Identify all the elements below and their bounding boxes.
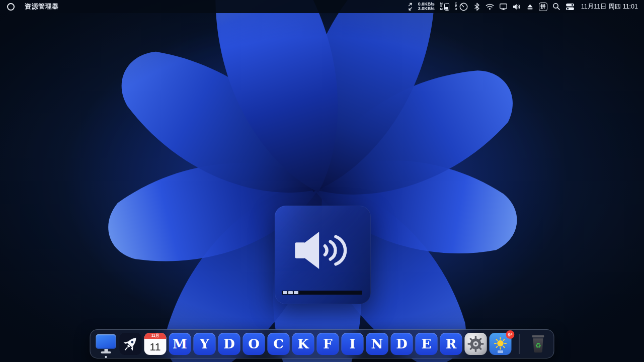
letter-tile-label: I — [349, 337, 355, 350]
download-speed: 3.0KB/s — [418, 7, 435, 12]
weather-badge: 9° — [506, 330, 515, 339]
memory-meter[interactable]: MEM — [440, 3, 449, 11]
calendar-icon: 11月 11 — [144, 333, 167, 355]
dock-item-file-manager[interactable] — [95, 333, 117, 355]
active-app-title[interactable]: 资源管理器 — [25, 2, 59, 11]
volume-segments — [283, 291, 298, 294]
desktop: 资源管理器 0.0KB/s 3.0KB/s MEM CPU — [0, 0, 644, 362]
dock-item-launchpad[interactable] — [120, 333, 142, 355]
weather-icon: 9° — [490, 333, 512, 355]
cpu-gauge-icon — [459, 2, 468, 12]
letter-tile-label: M — [173, 337, 187, 350]
dock-item-letter-d2[interactable]: D — [391, 333, 413, 355]
dock-item-letter-o[interactable]: O — [243, 333, 265, 355]
network-arrows-icon[interactable] — [408, 3, 413, 11]
datetime[interactable]: 11月11日 周四 11:01 — [581, 3, 638, 11]
letter-tile-label: F — [323, 337, 332, 350]
trash-icon: ♻︎ — [528, 333, 548, 355]
sun-icon — [492, 336, 509, 351]
dock-item-settings[interactable] — [465, 333, 487, 355]
control-center-icon[interactable] — [566, 3, 575, 11]
input-method-icon[interactable]: 拼 — [539, 3, 547, 11]
letter-tile-label: O — [248, 337, 260, 350]
dock-separator — [519, 334, 520, 354]
wallpaper-bloom — [0, 0, 644, 362]
svg-text:♻︎: ♻︎ — [535, 341, 541, 349]
dock-item-letter-m[interactable]: M — [169, 333, 191, 355]
volume-icon[interactable] — [513, 3, 521, 11]
eject-icon[interactable] — [526, 3, 534, 11]
dock-item-trash[interactable]: ♻︎ — [527, 333, 549, 355]
letter-tile-label: D — [396, 337, 408, 350]
memory-gauge-icon — [444, 3, 449, 11]
monitor-icon — [96, 334, 116, 353]
letter-tile-label: R — [446, 337, 457, 350]
cpu-meter[interactable]: CPU — [454, 2, 468, 12]
dock: 11月 11 M Y D O C K F I N D E R — [90, 329, 554, 358]
network-speeds[interactable]: 0.0KB/s 3.0KB/s — [418, 2, 435, 12]
volume-bar-track — [282, 291, 362, 295]
letter-tile-label: Y — [200, 337, 209, 350]
dock-item-letter-n[interactable]: N — [366, 333, 388, 355]
bluetooth-icon[interactable] — [473, 3, 480, 11]
letter-tile-label: E — [422, 337, 432, 350]
speaker-icon — [293, 229, 353, 272]
dock-item-letter-d1[interactable]: D — [218, 333, 240, 355]
dock-item-letter-e[interactable]: E — [416, 333, 438, 355]
volume-segment — [283, 291, 287, 294]
dock-item-weather[interactable]: 9° — [490, 333, 512, 355]
dock-item-letter-k[interactable]: K — [292, 333, 314, 355]
menu-bar: 资源管理器 0.0KB/s 3.0KB/s MEM CPU — [0, 0, 644, 13]
gear-icon — [465, 333, 487, 355]
memory-label: MEM — [440, 3, 443, 11]
rocket-icon — [120, 333, 142, 355]
letter-tile-label: N — [371, 337, 383, 350]
volume-segment — [294, 291, 298, 294]
volume-osd — [275, 206, 371, 304]
calendar-month: 11月 — [144, 333, 167, 339]
apple-menu-logo-icon[interactable] — [7, 3, 15, 11]
volume-segment — [288, 291, 293, 294]
weather-location-text — [498, 350, 503, 353]
search-icon[interactable] — [552, 3, 560, 11]
dock-item-letter-f[interactable]: F — [317, 333, 339, 355]
display-icon[interactable] — [499, 3, 508, 11]
dock-item-letter-i[interactable]: I — [342, 333, 364, 355]
letter-tile-label: D — [223, 337, 235, 350]
dock-item-letter-y[interactable]: Y — [194, 333, 216, 355]
letter-tile-label: K — [297, 337, 309, 350]
dock-item-calendar[interactable]: 11月 11 — [144, 333, 167, 355]
dock-item-letter-r[interactable]: R — [440, 333, 462, 355]
cpu-label: CPU — [454, 3, 458, 11]
input-method-label: 拼 — [540, 3, 545, 10]
dock-item-letter-c[interactable]: C — [268, 333, 290, 355]
calendar-day: 11 — [144, 339, 167, 355]
wifi-icon[interactable] — [486, 3, 494, 10]
letter-tile-label: C — [273, 337, 284, 350]
